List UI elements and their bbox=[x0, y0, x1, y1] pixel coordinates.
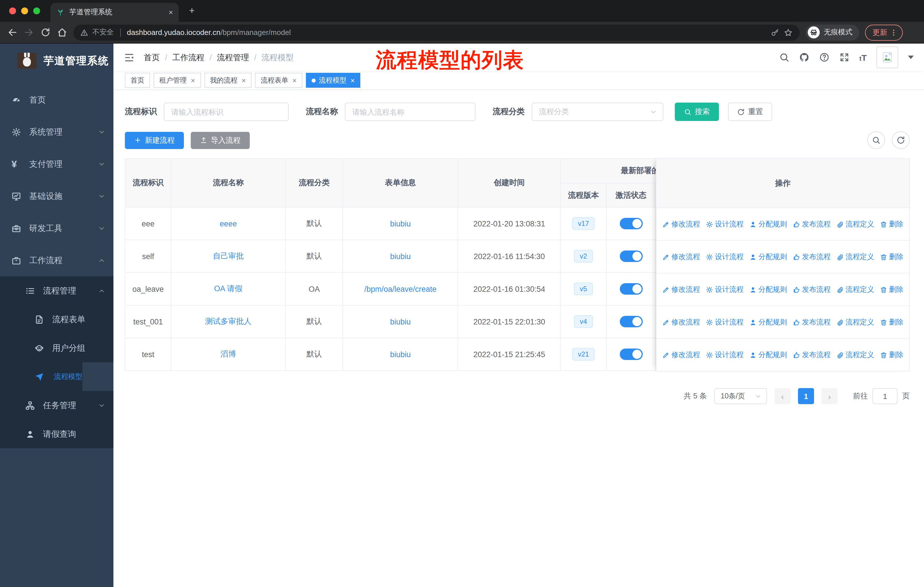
browser-tab[interactable]: 芋道管理系统 × bbox=[50, 3, 179, 22]
collapse-sidebar-button[interactable] bbox=[124, 52, 135, 63]
update-button[interactable]: 更新 bbox=[865, 24, 903, 40]
close-window-button[interactable] bbox=[9, 7, 16, 14]
breadcrumb-item[interactable]: 工作流程 bbox=[172, 53, 205, 62]
sidebar-item-process-form[interactable]: 流程表单 bbox=[0, 305, 114, 334]
action-修改流程[interactable]: 修改流程 bbox=[662, 317, 700, 327]
sidebar-item-home[interactable]: 首页 bbox=[0, 84, 114, 116]
action-删除[interactable]: 删除 bbox=[880, 219, 903, 229]
sidebar-item-system[interactable]: 系统管理 bbox=[0, 116, 114, 148]
active-toggle[interactable] bbox=[620, 283, 642, 294]
action-分配规则[interactable]: 分配规则 bbox=[749, 252, 787, 262]
action-发布流程[interactable]: 发布流程 bbox=[793, 350, 831, 360]
sidebar-item-process-model[interactable]: 流程模型 bbox=[0, 362, 82, 391]
action-设计流程[interactable]: 设计流程 bbox=[706, 350, 744, 360]
import-process-button[interactable]: 导入流程 bbox=[191, 132, 250, 149]
tab-close-icon[interactable]: × bbox=[169, 8, 173, 17]
filter-name-input[interactable] bbox=[345, 103, 475, 121]
breadcrumb-item[interactable]: 首页 bbox=[144, 53, 160, 62]
search-icon[interactable] bbox=[779, 52, 789, 63]
search-button[interactable]: 搜索 bbox=[675, 103, 719, 121]
action-修改流程[interactable]: 修改流程 bbox=[662, 219, 700, 229]
action-发布流程[interactable]: 发布流程 bbox=[793, 317, 831, 327]
model-name-link[interactable]: 测试多审批人 bbox=[205, 317, 251, 326]
form-link[interactable]: biubiu bbox=[390, 317, 411, 326]
sidebar-item-task-mgmt[interactable]: 任务管理 bbox=[0, 391, 114, 420]
action-修改流程[interactable]: 修改流程 bbox=[662, 252, 700, 262]
action-设计流程[interactable]: 设计流程 bbox=[706, 317, 744, 327]
filter-key-input[interactable] bbox=[164, 103, 289, 121]
active-toggle[interactable] bbox=[620, 316, 642, 327]
forward-button[interactable] bbox=[23, 27, 35, 38]
action-分配规则[interactable]: 分配规则 bbox=[749, 284, 787, 294]
reset-button[interactable]: 重置 bbox=[728, 103, 772, 121]
active-toggle[interactable] bbox=[620, 349, 642, 360]
action-设计流程[interactable]: 设计流程 bbox=[706, 219, 744, 229]
prev-page-button[interactable]: ‹ bbox=[774, 388, 790, 404]
form-link[interactable]: biubiu bbox=[390, 252, 411, 261]
sidebar-item-leave-query[interactable]: 请假查询 bbox=[0, 420, 114, 448]
tag-首页[interactable]: 首页 bbox=[125, 73, 150, 88]
back-button[interactable] bbox=[7, 27, 18, 38]
close-icon[interactable]: × bbox=[191, 76, 195, 84]
action-修改流程[interactable]: 修改流程 bbox=[662, 284, 700, 294]
action-删除[interactable]: 删除 bbox=[880, 350, 903, 360]
next-page-button[interactable]: › bbox=[822, 388, 838, 404]
chevron-down-icon[interactable] bbox=[908, 56, 914, 59]
action-分配规则[interactable]: 分配规则 bbox=[749, 350, 787, 360]
form-link[interactable]: /bpm/oa/leave/create bbox=[364, 284, 437, 293]
action-设计流程[interactable]: 设计流程 bbox=[706, 252, 744, 262]
model-name-link[interactable]: 滔博 bbox=[221, 350, 236, 358]
sidebar-item-infra[interactable]: 基础设施 bbox=[0, 180, 114, 212]
form-link[interactable]: biubiu bbox=[390, 350, 411, 359]
tag-我的流程[interactable]: 我的流程× bbox=[204, 73, 251, 88]
bookmark-star-icon[interactable] bbox=[784, 28, 793, 37]
github-icon[interactable] bbox=[799, 52, 809, 63]
menu-dots-icon[interactable] bbox=[889, 28, 898, 36]
filter-category-select[interactable]: 流程分类 bbox=[531, 103, 663, 121]
model-name-link[interactable]: OA 请假 bbox=[214, 284, 242, 293]
sidebar-item-payment[interactable]: ¥支付管理 bbox=[0, 148, 114, 180]
sidebar-item-process-mgmt[interactable]: 流程管理 bbox=[0, 276, 114, 305]
home-button[interactable] bbox=[57, 27, 68, 38]
action-分配规则[interactable]: 分配规则 bbox=[749, 317, 787, 327]
action-删除[interactable]: 删除 bbox=[880, 317, 903, 327]
reload-button[interactable] bbox=[40, 27, 51, 38]
sidebar-item-user-group[interactable]: 用户分组 bbox=[0, 334, 114, 362]
action-流程定义[interactable]: 流程定义 bbox=[837, 317, 874, 327]
create-process-button[interactable]: 新建流程 bbox=[125, 132, 184, 149]
maximize-window-button[interactable] bbox=[33, 7, 40, 14]
form-link[interactable]: biubiu bbox=[390, 219, 411, 228]
avatar[interactable] bbox=[876, 46, 898, 68]
goto-page-input[interactable] bbox=[873, 388, 898, 404]
sidebar-item-workflow[interactable]: 工作流程 bbox=[0, 244, 114, 276]
page-size-select[interactable]: 10条/页 bbox=[714, 388, 767, 404]
refresh-table-button[interactable] bbox=[892, 131, 910, 149]
action-删除[interactable]: 删除 bbox=[880, 252, 903, 262]
help-icon[interactable] bbox=[819, 52, 830, 63]
tag-租户管理[interactable]: 租户管理× bbox=[153, 73, 201, 88]
current-page-button[interactable]: 1 bbox=[798, 388, 814, 404]
new-tab-button[interactable]: + bbox=[189, 5, 195, 17]
model-name-link[interactable]: eeee bbox=[220, 219, 237, 228]
tag-流程表单[interactable]: 流程表单× bbox=[255, 73, 302, 88]
toggle-search-button[interactable] bbox=[867, 131, 885, 149]
action-修改流程[interactable]: 修改流程 bbox=[662, 350, 700, 360]
breadcrumb-item[interactable]: 流程管理 bbox=[217, 53, 249, 62]
security-label[interactable]: 不安全 bbox=[92, 28, 114, 37]
key-icon[interactable] bbox=[771, 28, 780, 37]
fullscreen-icon[interactable] bbox=[839, 52, 850, 63]
close-icon[interactable]: × bbox=[241, 76, 246, 84]
action-流程定义[interactable]: 流程定义 bbox=[837, 284, 874, 294]
action-流程定义[interactable]: 流程定义 bbox=[837, 350, 874, 360]
action-设计流程[interactable]: 设计流程 bbox=[706, 284, 744, 294]
address-bar[interactable]: 不安全 dashboard.yudao.iocoder.cn/bpm/manag… bbox=[73, 24, 800, 40]
action-发布流程[interactable]: 发布流程 bbox=[793, 219, 831, 229]
action-分配规则[interactable]: 分配规则 bbox=[749, 219, 787, 229]
close-icon[interactable]: × bbox=[351, 76, 355, 84]
action-发布流程[interactable]: 发布流程 bbox=[793, 252, 831, 262]
action-删除[interactable]: 删除 bbox=[880, 284, 903, 294]
traffic-lights[interactable] bbox=[9, 7, 40, 14]
tag-流程模型[interactable]: 流程模型× bbox=[306, 73, 361, 88]
model-name-link[interactable]: 自己审批 bbox=[213, 251, 244, 260]
font-size-icon[interactable]: tT bbox=[859, 53, 867, 62]
